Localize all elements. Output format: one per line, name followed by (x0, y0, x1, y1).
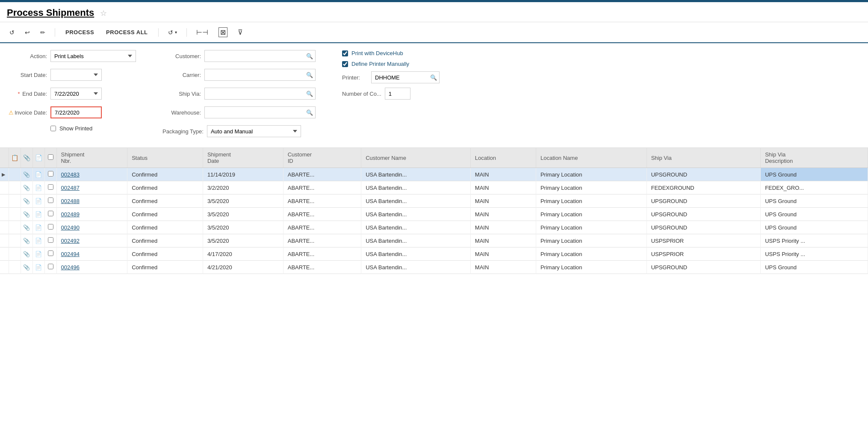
printer-row: Printer: 🔍 (342, 71, 470, 83)
print-devicehub-checkbox[interactable] (342, 50, 348, 56)
row-shipment-nbr-cell: 002487 (56, 181, 127, 194)
select-all-checkbox[interactable] (48, 154, 53, 160)
ship-via-label: Ship Via: (162, 91, 201, 97)
row-shipment-date-cell: 3/5/2020 (203, 234, 283, 247)
row-location-name-cell: Primary Location (536, 181, 647, 194)
doc-icon: 📄 (35, 211, 42, 218)
packaging-type-label: Packaging Type: (162, 128, 204, 135)
refresh-button[interactable]: ↺ (7, 27, 17, 38)
col-header-notes: 📋 (9, 148, 21, 168)
ship-via-input[interactable] (204, 88, 316, 100)
action-select[interactable]: Print Labels Confirm Process (50, 50, 136, 62)
shipment-nbr-link[interactable]: 002496 (61, 264, 80, 271)
row-status-cell: Confirmed (127, 208, 203, 221)
shipment-nbr-link[interactable]: 002494 (61, 251, 80, 257)
row-location-cell: MAIN (470, 221, 536, 234)
fit-columns-button[interactable]: ⊢⊣ (194, 27, 211, 38)
undo-button[interactable]: ↩ (22, 27, 32, 38)
warning-icon: ⚠ (9, 109, 14, 116)
start-date-select[interactable] (50, 69, 102, 81)
filter-button[interactable]: ⊽ (235, 27, 245, 38)
row-expand-arrow (0, 261, 9, 274)
printer-input[interactable] (371, 71, 440, 83)
define-printer-checkbox[interactable] (342, 61, 348, 67)
row-checkbox[interactable] (48, 264, 53, 269)
show-printed-label[interactable]: Show Printed (59, 125, 92, 132)
row-status-cell: Confirmed (127, 261, 203, 274)
row-doc-icon-cell: 📄 (32, 234, 44, 247)
row-checkbox[interactable] (48, 237, 53, 243)
edit-button[interactable]: ✏ (38, 27, 48, 38)
divider-1 (55, 28, 55, 37)
col-header-shipment-nbr: ShipmentNbr. (56, 148, 127, 168)
row-checkbox[interactable] (48, 211, 53, 216)
table-header-row: 📋 📎 📄 ShipmentNbr. Status ShipmentDate C… (0, 148, 868, 168)
row-shipment-nbr-cell: 002483 (56, 168, 127, 181)
export-icon: ⊠ (218, 27, 227, 37)
print-devicehub-label[interactable]: Print with DeviceHub (351, 50, 403, 56)
row-customer-name-cell: USA Bartendin... (361, 234, 471, 247)
process-button[interactable]: PROCESS (62, 27, 97, 37)
row-doc-icon-cell: 📄 (32, 261, 44, 274)
row-expand-arrow (0, 247, 9, 261)
attach-header-icon: 📎 (23, 154, 30, 161)
row-customer-id-cell: ABARTE... (283, 234, 361, 247)
shipment-nbr-link[interactable]: 002490 (61, 224, 80, 231)
row-customer-name-cell: USA Bartendin... (361, 208, 471, 221)
customer-input[interactable] (204, 50, 316, 62)
row-notes-icon-cell (9, 234, 21, 247)
export-button[interactable]: ⊠ (216, 26, 230, 39)
shipment-nbr-link[interactable]: 002492 (61, 238, 80, 244)
row-shipment-date-cell: 3/2/2020 (203, 181, 283, 194)
row-checkbox[interactable] (48, 250, 53, 256)
carrier-row: Carrier: 🔍 (162, 69, 325, 81)
row-shipment-date-cell: 3/5/2020 (203, 208, 283, 221)
row-checkbox[interactable] (48, 184, 53, 190)
row-checkbox[interactable] (48, 171, 53, 177)
copies-input[interactable] (385, 88, 410, 100)
shipment-nbr-link[interactable]: 002483 (61, 171, 80, 178)
end-date-select[interactable]: 7/22/2020 (50, 88, 102, 100)
row-attach-icon-cell: 📎 (21, 208, 32, 221)
shipment-nbr-link[interactable]: 002489 (61, 211, 80, 218)
fit-cols-icon: ⊢⊣ (196, 28, 208, 36)
col-header-status: Status (127, 148, 203, 168)
row-ship-via-cell: UPSGROUND (647, 261, 761, 274)
printer-label: Printer: (342, 74, 368, 81)
action-label: Action: (9, 53, 47, 59)
invoice-date-input[interactable] (50, 106, 102, 118)
row-checkbox[interactable] (48, 224, 53, 230)
carrier-input-wrapper: 🔍 (204, 69, 316, 81)
favorite-star-icon[interactable]: ☆ (100, 9, 107, 18)
shipment-nbr-link[interactable]: 002487 (61, 185, 80, 191)
row-customer-id-cell: ABARTE... (283, 221, 361, 234)
row-notes-icon-cell (9, 194, 21, 208)
warehouse-input[interactable] (204, 106, 316, 118)
table-row: 📎📄002492Confirmed3/5/2020ABARTE...USA Ba… (0, 234, 868, 247)
row-ship-via-cell: UPSGROUND (647, 168, 761, 181)
row-location-name-cell: Primary Location (536, 168, 647, 181)
row-location-name-cell: Primary Location (536, 208, 647, 221)
shipment-nbr-link[interactable]: 002488 (61, 198, 80, 204)
attach-icon: 📎 (23, 198, 30, 204)
printer-input-wrapper: 🔍 (371, 71, 440, 83)
divider-2 (158, 28, 159, 37)
row-expand-arrow[interactable]: ▶ (0, 168, 9, 181)
carrier-input[interactable] (204, 69, 316, 81)
clock-dropdown-button[interactable]: ↺ ▾ (165, 27, 180, 38)
define-printer-row: Define Printer Manually (342, 61, 470, 67)
row-customer-id-cell: ABARTE... (283, 168, 361, 181)
row-check-cell (44, 221, 56, 234)
packaging-type-select[interactable]: Auto and Manual Auto Manual (207, 125, 301, 137)
show-printed-checkbox[interactable] (50, 126, 56, 131)
doc-icon: 📄 (35, 185, 42, 191)
process-all-button[interactable]: PROCESS ALL (103, 27, 151, 37)
undo-icon: ↩ (25, 29, 30, 36)
row-expand-arrow (0, 181, 9, 194)
attach-icon: 📎 (23, 264, 30, 271)
define-printer-label[interactable]: Define Printer Manually (351, 61, 409, 67)
row-notes-icon-cell (9, 181, 21, 194)
customer-label: Customer: (162, 53, 201, 59)
chevron-down-icon: ▾ (175, 30, 177, 35)
row-checkbox[interactable] (48, 197, 53, 203)
